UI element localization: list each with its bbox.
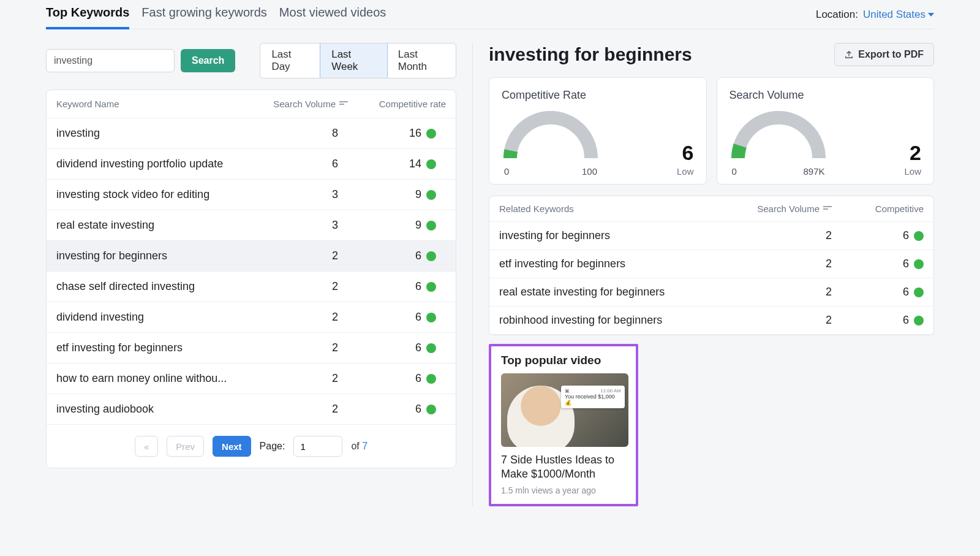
rate-dot-icon bbox=[914, 316, 924, 326]
timerange-last-month[interactable]: Last Month bbox=[387, 44, 456, 78]
rate-dot-icon bbox=[914, 259, 924, 269]
location-value[interactable]: United States bbox=[863, 9, 934, 21]
table-row[interactable]: investing816 bbox=[47, 118, 456, 149]
header-competitive-rate[interactable]: Competitive rate bbox=[348, 99, 446, 109]
search-volume-cell: 6 bbox=[240, 158, 338, 170]
keyword-name: how to earn money online withou... bbox=[56, 372, 240, 385]
top-popular-video-card[interactable]: Top popular video ▣11:00 AM You received… bbox=[489, 344, 638, 506]
table-row[interactable]: dividend investing portfolio update614 bbox=[47, 149, 456, 180]
competitive-cell: 6 bbox=[832, 229, 924, 242]
competitive-rate-cell: 6 bbox=[338, 249, 436, 262]
competitive-rate-cell: 9 bbox=[338, 219, 436, 232]
first-page-button[interactable]: « bbox=[135, 436, 158, 457]
table-row[interactable]: investing audiobook26 bbox=[47, 394, 456, 425]
gauge-level: Low bbox=[677, 166, 694, 177]
gauge-competitive-rate: Competitive Rate 0 100 bbox=[489, 77, 707, 185]
prev-page-button[interactable]: Prev bbox=[167, 436, 204, 457]
export-pdf-button[interactable]: Export to PDF bbox=[834, 43, 934, 66]
search-volume-cell: 2 bbox=[240, 280, 338, 293]
rate-dot-icon bbox=[426, 190, 436, 200]
header-search-volume[interactable]: Search Volume bbox=[250, 99, 348, 109]
video-meta: 1.5 mln views a year ago bbox=[501, 486, 626, 495]
search-button[interactable]: Search bbox=[181, 49, 235, 72]
chevron-down-icon bbox=[928, 13, 934, 17]
table-row[interactable]: investing stock video for editing39 bbox=[47, 180, 456, 210]
rate-dot-icon bbox=[426, 343, 436, 353]
competitive-rate-cell: 16 bbox=[338, 127, 436, 140]
table-row[interactable]: real estate investing39 bbox=[47, 210, 456, 241]
table-row[interactable]: dividend investing26 bbox=[47, 302, 456, 333]
table-row[interactable]: investing for beginners26 bbox=[489, 222, 933, 250]
gauge-arc bbox=[502, 109, 600, 161]
timerange-last-week[interactable]: Last Week bbox=[320, 43, 388, 78]
page-label: Page: bbox=[260, 441, 285, 452]
keyword-name: real estate investing bbox=[56, 219, 240, 232]
competitive-rate-cell: 14 bbox=[338, 158, 436, 170]
header-search-volume[interactable]: Search Volume bbox=[740, 204, 832, 214]
keyword-name: dividend investing portfolio update bbox=[56, 158, 240, 170]
gauge-title: Search Volume bbox=[729, 89, 922, 102]
search-volume-cell: 2 bbox=[740, 229, 832, 242]
competitive-cell: 6 bbox=[832, 286, 924, 299]
timerange-last-day[interactable]: Last Day bbox=[260, 44, 320, 78]
table-row[interactable]: investing for beginners26 bbox=[47, 241, 456, 272]
search-volume-cell: 8 bbox=[240, 127, 338, 140]
top-tab-bar: Top KeywordsFast growing keywordsMost vi… bbox=[46, 0, 934, 29]
rate-dot-icon bbox=[914, 231, 924, 241]
page-total: of 7 bbox=[351, 441, 368, 452]
video-thumbnail: ▣11:00 AM You received $1,000💰 bbox=[501, 373, 628, 447]
search-volume-cell: 2 bbox=[240, 372, 338, 385]
keyword-name: investing audiobook bbox=[56, 403, 240, 416]
table-row[interactable]: etf investing for beginners26 bbox=[47, 333, 456, 364]
competitive-rate-cell: 6 bbox=[338, 280, 436, 293]
competitive-rate-cell: 6 bbox=[338, 403, 436, 416]
competitive-cell: 6 bbox=[832, 314, 924, 327]
sort-desc-icon bbox=[823, 206, 832, 212]
next-page-button[interactable]: Next bbox=[213, 436, 251, 457]
tab-fast-growing-keywords[interactable]: Fast growing keywords bbox=[141, 0, 267, 29]
tab-top-keywords[interactable]: Top Keywords bbox=[46, 0, 129, 29]
competitive-rate-cell: 9 bbox=[338, 188, 436, 201]
keyword-detail-title: investing for beginners bbox=[489, 44, 692, 65]
search-volume-cell: 2 bbox=[240, 311, 338, 324]
rate-dot-icon bbox=[426, 313, 436, 322]
keyword-name: etf investing for beginners bbox=[56, 341, 240, 354]
search-volume-cell: 2 bbox=[740, 314, 832, 327]
search-volume-cell: 2 bbox=[740, 257, 832, 270]
competitive-rate-cell: 6 bbox=[338, 311, 436, 324]
location-label: Location: bbox=[816, 9, 858, 21]
gauge-title: Competitive Rate bbox=[502, 89, 694, 102]
pagination: « Prev Next Page: of 7 bbox=[47, 425, 456, 468]
header-related-keywords[interactable]: Related Keywords bbox=[499, 204, 740, 214]
search-volume-cell: 3 bbox=[240, 219, 338, 232]
table-row[interactable]: etf investing for beginners26 bbox=[489, 250, 933, 278]
header-competitive[interactable]: Competitive bbox=[832, 204, 924, 214]
table-row[interactable]: robinhood investing for beginners26 bbox=[489, 307, 933, 335]
keyword-name: chase self directed investing bbox=[56, 280, 240, 293]
table-row[interactable]: how to earn money online withou...26 bbox=[47, 364, 456, 394]
rate-dot-icon bbox=[426, 405, 436, 414]
rate-dot-icon bbox=[914, 288, 924, 297]
gauge-search-volume: Search Volume 0 897K bbox=[717, 77, 935, 185]
export-icon bbox=[845, 50, 853, 59]
table-header-row: Related Keywords Search Volume Competiti… bbox=[489, 196, 933, 222]
gauge-level: Low bbox=[904, 166, 921, 177]
keyword-name: etf investing for beginners bbox=[499, 257, 740, 270]
sort-desc-icon bbox=[339, 101, 348, 107]
table-row[interactable]: chase self directed investing26 bbox=[47, 272, 456, 302]
table-row[interactable]: real estate investing for beginners26 bbox=[489, 278, 933, 307]
header-keyword-name[interactable]: Keyword Name bbox=[56, 99, 250, 109]
rate-dot-icon bbox=[426, 221, 436, 230]
timerange-segmented: Last DayLast WeekLast Month bbox=[260, 43, 456, 78]
search-volume-cell: 2 bbox=[740, 286, 832, 299]
rate-dot-icon bbox=[426, 251, 436, 261]
keyword-name: investing bbox=[56, 127, 240, 140]
tab-most-viewed-videos[interactable]: Most viewed videos bbox=[279, 0, 386, 29]
keyword-name: investing stock video for editing bbox=[56, 188, 240, 201]
rate-dot-icon bbox=[426, 374, 436, 384]
page-input[interactable] bbox=[293, 436, 342, 457]
keyword-search-input[interactable] bbox=[46, 49, 175, 72]
keyword-name: investing for beginners bbox=[56, 249, 240, 262]
rate-dot-icon bbox=[426, 159, 436, 169]
gauge-value: 2 bbox=[904, 141, 921, 165]
